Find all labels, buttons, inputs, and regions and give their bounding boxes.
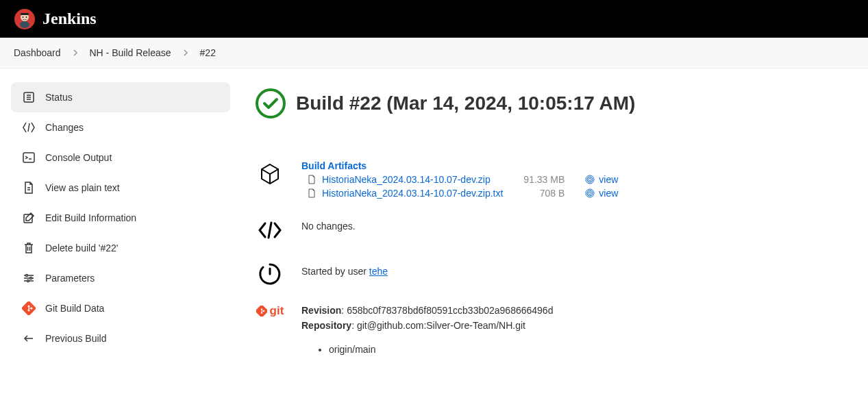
timer-icon xyxy=(255,260,285,286)
page-title: Build #22 (Mar 14, 2024, 10:05:17 AM) xyxy=(296,92,635,114)
sidebar: Status Changes Console Output View as pl… xyxy=(0,82,241,373)
revision-value: 658bc0f78378bd6f80591ccb33b02a968666496d xyxy=(347,305,553,316)
revision-label: Revision xyxy=(301,305,341,316)
artifact-link[interactable]: HistoriaNeka_2024.03.14-10.07-dev.zip.tx… xyxy=(322,188,503,199)
header-logo[interactable]: Jenkins xyxy=(14,8,97,30)
artifacts-section: Build Artifacts HistoriaNeka_2024.03.14-… xyxy=(255,160,854,199)
console-icon xyxy=(22,151,36,164)
header: Jenkins xyxy=(0,0,868,38)
changes-section: No changes. xyxy=(255,215,854,244)
svg-point-21 xyxy=(30,277,32,280)
svg-line-39 xyxy=(269,223,271,238)
sidebar-item-label: Git Build Data xyxy=(45,303,104,314)
branch-item: origin/main xyxy=(329,342,854,357)
jenkins-icon xyxy=(14,8,36,30)
sidebar-item-console[interactable]: Console Output xyxy=(11,142,230,173)
artifact-link[interactable]: HistoriaNeka_2024.03.14-10.07-dev.zip xyxy=(322,174,491,185)
svg-point-5 xyxy=(26,16,27,18)
breadcrumb-item-dashboard[interactable]: Dashboard xyxy=(14,47,61,58)
sidebar-item-changes[interactable]: Changes xyxy=(11,112,230,142)
breadcrumb-item-job[interactable]: NH - Build Release xyxy=(90,47,171,58)
breadcrumb-item-build[interactable]: #22 xyxy=(200,47,216,58)
artifact-view-link[interactable]: view xyxy=(585,174,618,185)
svg-line-10 xyxy=(28,123,29,132)
sidebar-item-status[interactable]: Status xyxy=(11,82,230,112)
status-icon xyxy=(22,90,36,104)
file-icon xyxy=(307,175,317,184)
success-icon xyxy=(255,88,286,119)
repository-value: git@github.com:Silver-Ore-Team/NH.git xyxy=(357,320,525,331)
page-title-row: Build #22 (Mar 14, 2024, 10:05:17 AM) xyxy=(255,88,854,119)
code-icon xyxy=(255,215,285,244)
sliders-icon xyxy=(22,271,36,285)
package-icon xyxy=(255,160,285,186)
sidebar-item-label: Edit Build Information xyxy=(45,212,136,223)
svg-rect-3 xyxy=(21,13,29,15)
changes-text: No changes. xyxy=(301,221,356,232)
edit-icon xyxy=(22,211,36,225)
svg-point-37 xyxy=(587,190,593,196)
artifact-view-link[interactable]: view xyxy=(585,188,618,199)
breadcrumb: Dashboard NH - Build Release #22 xyxy=(0,38,868,69)
arrow-left-icon xyxy=(22,332,36,345)
sidebar-item-label: Parameters xyxy=(45,273,95,284)
sidebar-item-git[interactable]: Git Build Data xyxy=(11,293,230,323)
trigger-user-link[interactable]: tehe xyxy=(369,266,388,277)
svg-point-2 xyxy=(20,21,29,28)
git-diamond-icon xyxy=(256,306,267,317)
artifact-size: 708 B xyxy=(523,188,565,199)
trigger-prefix: Started by user xyxy=(301,266,369,277)
artifact-size: 91.33 MB xyxy=(523,174,565,185)
svg-point-19 xyxy=(26,275,28,277)
sidebar-item-label: View as plain text xyxy=(45,182,120,193)
file-icon xyxy=(307,188,317,198)
main-content: Build #22 (Mar 14, 2024, 10:05:17 AM) Bu… xyxy=(241,82,868,373)
trash-icon xyxy=(22,241,36,255)
git-label: git xyxy=(256,304,284,318)
sidebar-item-previous[interactable]: Previous Build xyxy=(11,323,230,354)
sidebar-item-parameters[interactable]: Parameters xyxy=(11,263,230,293)
svg-point-4 xyxy=(23,16,24,18)
chevron-right-icon xyxy=(72,47,79,58)
sidebar-item-delete[interactable]: Delete build '#22' xyxy=(11,233,230,263)
repository-label: Repository xyxy=(301,320,351,331)
sidebar-item-label: Changes xyxy=(45,122,84,133)
sidebar-item-plaintext[interactable]: View as plain text xyxy=(11,173,230,203)
svg-point-35 xyxy=(588,178,591,181)
fingerprint-icon xyxy=(585,188,595,198)
sidebar-item-label: Status xyxy=(45,92,73,103)
trigger-section: Started by user tehe xyxy=(255,260,854,286)
header-title: Jenkins xyxy=(42,10,97,28)
git-icon xyxy=(22,301,36,315)
sidebar-item-label: Previous Build xyxy=(45,333,107,344)
svg-rect-11 xyxy=(23,153,34,162)
svg-point-38 xyxy=(588,192,591,195)
git-section: git Revision: 658bc0f78378bd6f80591ccb33… xyxy=(255,303,854,357)
chevron-right-icon xyxy=(182,47,189,58)
sidebar-item-label: Delete build '#22' xyxy=(45,243,119,253)
fingerprint-icon xyxy=(585,175,595,184)
svg-point-23 xyxy=(27,280,29,282)
svg-point-34 xyxy=(587,177,593,182)
document-icon xyxy=(22,181,36,195)
changes-icon xyxy=(22,121,36,134)
sidebar-item-edit[interactable]: Edit Build Information xyxy=(11,203,230,233)
svg-point-31 xyxy=(257,90,284,117)
artifacts-title[interactable]: Build Artifacts xyxy=(301,160,854,171)
sidebar-item-label: Console Output xyxy=(45,152,112,163)
